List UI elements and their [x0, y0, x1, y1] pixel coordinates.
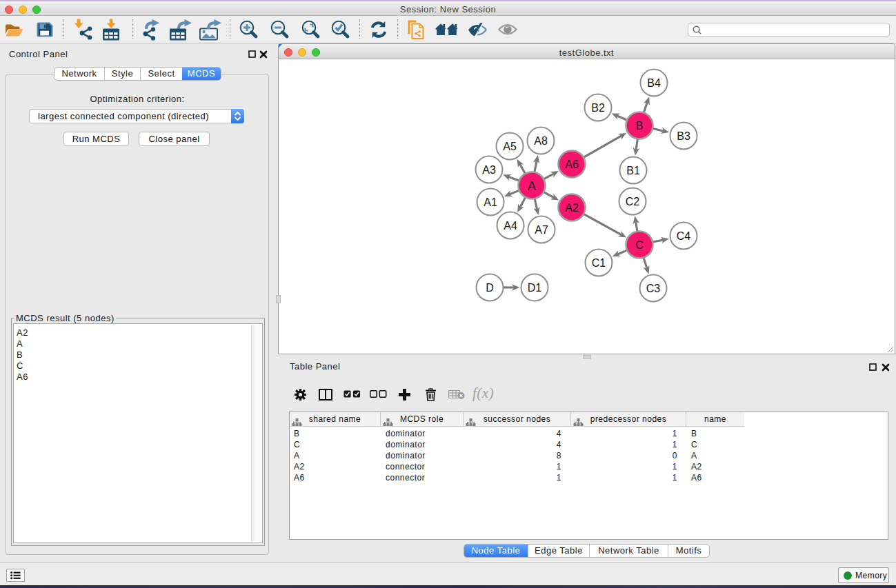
- svg-text:B3: B3: [677, 130, 690, 142]
- svg-text:C1: C1: [592, 257, 606, 269]
- svg-text:B1: B1: [626, 165, 640, 176]
- svg-text:D1: D1: [528, 282, 542, 294]
- svg-text:A1: A1: [484, 196, 497, 208]
- svg-text:A4: A4: [504, 220, 517, 232]
- svg-text:D: D: [486, 282, 494, 294]
- svg-text:C3: C3: [646, 283, 661, 294]
- svg-text:A8: A8: [534, 135, 548, 147]
- svg-text:A2: A2: [565, 202, 579, 214]
- svg-text:B4: B4: [647, 77, 661, 89]
- svg-text:A6: A6: [565, 159, 579, 170]
- svg-text:A3: A3: [482, 164, 496, 176]
- svg-text:B2: B2: [591, 102, 605, 114]
- svg-text:B: B: [636, 120, 644, 132]
- svg-text:A5: A5: [503, 141, 517, 152]
- svg-text:A: A: [528, 179, 536, 193]
- svg-text:A7: A7: [535, 224, 548, 236]
- svg-text:C2: C2: [626, 196, 640, 207]
- svg-text:C: C: [635, 239, 644, 251]
- svg-text:C4: C4: [677, 230, 691, 242]
